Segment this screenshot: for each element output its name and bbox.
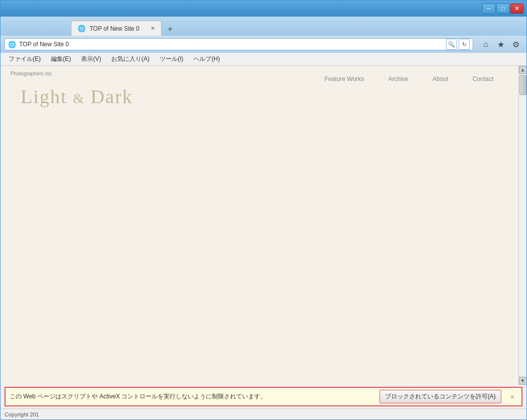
statusbar: Copyright 201 [1,408,526,419]
security-bar-text: この Web ページはスクリプトや ActiveX コントロールを実行しないよう… [10,392,373,401]
scrollbar-thumb[interactable] [519,75,526,95]
tab-close-button[interactable]: ✕ [150,25,155,32]
active-tab[interactable]: 🌐 TOP of New Site 0 ✕ [71,21,162,36]
tabbar: 🌐 TOP of New Site 0 ✕ + [1,17,526,36]
toolbar-icons: ⌂ ★ ⚙ [479,38,522,51]
settings-button[interactable]: ⚙ [509,38,522,51]
address-text: TOP of New Site 0 [19,41,443,48]
site-header: Photographers Inc. Light & Dark ˅ Featur… [1,66,518,113]
nav-archive[interactable]: ˅ Archive [384,75,408,82]
menu-tools[interactable]: ツール(I) [155,53,188,65]
site-logo: Light & Dark [11,86,133,108]
refresh-button[interactable]: ↻ [459,39,470,50]
security-bar: この Web ページはスクリプトや ActiveX コントロールを実行しないよう… [5,387,522,406]
search-button[interactable]: 🔍 [446,39,457,50]
menu-view[interactable]: 表示(V) [76,53,106,65]
main-content-area [1,113,518,354]
copyright-text: Copyright 201 [5,411,39,417]
window-controls: ─ □ ✕ [482,4,523,14]
menu-favorites[interactable]: お気に入り(A) [106,53,155,65]
site-content: Photographers Inc. Light & Dark ˅ Featur… [1,66,518,385]
scrollbar: ▲ ▼ [518,66,526,385]
maximize-button[interactable]: □ [496,4,509,14]
site-nav: ˅ Feature Works ˅ Archive ˅ About ˅ [321,75,508,82]
scroll-up-button[interactable]: ▲ [519,66,527,74]
logo-amp: & [73,91,85,106]
nav-contact[interactable]: ˅ Contact [469,75,493,82]
menu-edit[interactable]: 編集(E) [46,53,76,65]
favorites-button[interactable]: ★ [494,38,507,51]
address-right-buttons: 🔍 ↻ [446,39,470,50]
browser-content: Photographers Inc. Light & Dark ˅ Featur… [1,66,526,385]
titlebar: ◀ ▶ ─ □ ✕ [1,1,526,17]
addressbar-row: 🌐 TOP of New Site 0 🔍 ↻ ⌂ ★ ⚙ [1,36,526,53]
tab-label: TOP of New Site 0 [90,25,139,32]
home-button[interactable]: ⌂ [479,38,492,51]
browser-window: ◀ ▶ ─ □ ✕ 🌐 TOP of New Site 0 ✕ + 🌐 TOP … [0,0,527,420]
ie-icon: 🌐 [8,41,16,48]
tab-icon: 🌐 [78,25,86,32]
nav-about[interactable]: ˅ About [428,75,448,82]
scroll-down-button[interactable]: ▼ [519,377,527,385]
scrollbar-track[interactable] [519,74,526,377]
close-button[interactable]: ✕ [510,4,523,14]
allow-content-button[interactable]: ブロックされているコンテンツを許可(A) [380,390,501,403]
menubar: ファイル(E) 編集(E) 表示(V) お気に入り(A) ツール(I) ヘルプ(… [1,53,526,66]
nav-feature-works[interactable]: ˅ Feature Works [321,75,364,82]
logo-text: Light & Dark [21,86,133,107]
minimize-button[interactable]: ─ [482,4,495,14]
new-tab-button[interactable]: + [164,23,177,36]
address-box[interactable]: 🌐 TOP of New Site 0 🔍 ↻ [5,38,473,50]
bottom-area: この Web ページはスクリプトや ActiveX コントロールを実行しないよう… [1,385,526,419]
menu-file[interactable]: ファイル(E) [4,53,46,65]
menu-help[interactable]: ヘルプ(H) [188,53,225,65]
security-close-button[interactable]: × [507,392,517,402]
